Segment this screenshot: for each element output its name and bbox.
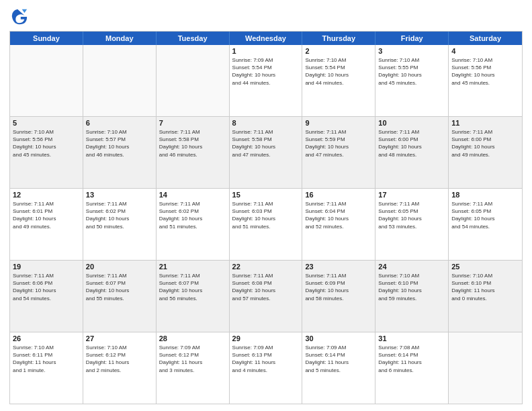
day-info: Sunrise: 7:10 AM Sunset: 5:56 PM Dayligh… — [13, 129, 56, 158]
logo-icon — [9, 7, 28, 26]
calendar: SundayMondayTuesdayWednesdayThursdayFrid… — [9, 31, 523, 404]
day-24: 24Sunrise: 7:10 AM Sunset: 6:10 PM Dayli… — [375, 261, 449, 332]
logo — [9, 7, 31, 26]
day-info: Sunrise: 7:11 AM Sunset: 6:07 PM Dayligh… — [159, 273, 202, 302]
day-number: 8 — [232, 119, 300, 127]
week-row-5: 26Sunrise: 7:10 AM Sunset: 6:11 PM Dayli… — [10, 332, 522, 404]
day-19: 19Sunrise: 7:11 AM Sunset: 6:06 PM Dayli… — [10, 261, 83, 332]
day-info: Sunrise: 7:10 AM Sunset: 6:12 PM Dayligh… — [86, 345, 129, 373]
day-info: Sunrise: 7:11 AM Sunset: 5:59 PM Dayligh… — [305, 129, 348, 158]
week-row-4: 19Sunrise: 7:11 AM Sunset: 6:06 PM Dayli… — [10, 260, 522, 332]
day-info: Sunrise: 7:09 AM Sunset: 6:13 PM Dayligh… — [232, 345, 275, 373]
day-number: 22 — [232, 263, 300, 271]
day-info: Sunrise: 7:11 AM Sunset: 6:09 PM Dayligh… — [305, 273, 348, 302]
day-number: 19 — [13, 263, 80, 271]
day-info: Sunrise: 7:11 AM Sunset: 6:05 PM Dayligh… — [378, 201, 421, 230]
day-number: 28 — [159, 334, 226, 342]
day-30: 30Sunrise: 7:09 AM Sunset: 6:14 PM Dayli… — [302, 332, 375, 404]
day-25: 25Sunrise: 7:10 AM Sunset: 6:10 PM Dayli… — [449, 261, 522, 332]
day-number: 23 — [305, 263, 372, 271]
day-20: 20Sunrise: 7:11 AM Sunset: 6:07 PM Dayli… — [83, 261, 157, 332]
day-number: 31 — [378, 334, 445, 342]
day-16: 16Sunrise: 7:11 AM Sunset: 6:04 PM Dayli… — [302, 189, 375, 260]
header-day-saturday: Saturday — [449, 32, 522, 45]
day-number: 20 — [86, 263, 153, 271]
day-number: 21 — [159, 263, 226, 271]
week-row-3: 12Sunrise: 7:11 AM Sunset: 6:01 PM Dayli… — [10, 188, 522, 260]
day-number: 13 — [86, 191, 153, 199]
day-5: 5Sunrise: 7:10 AM Sunset: 5:56 PM Daylig… — [10, 117, 83, 188]
day-2: 2Sunrise: 7:10 AM Sunset: 5:54 PM Daylig… — [302, 45, 375, 116]
page: SundayMondayTuesdayWednesdayThursdayFrid… — [0, 0, 532, 411]
empty-cell — [10, 45, 83, 116]
header-day-tuesday: Tuesday — [157, 32, 230, 45]
day-number: 26 — [13, 334, 80, 342]
day-17: 17Sunrise: 7:11 AM Sunset: 6:05 PM Dayli… — [375, 189, 449, 260]
empty-cell — [449, 332, 522, 404]
day-number: 27 — [86, 334, 153, 342]
day-number: 15 — [232, 191, 300, 199]
day-info: Sunrise: 7:11 AM Sunset: 6:04 PM Dayligh… — [305, 201, 348, 230]
day-info: Sunrise: 7:11 AM Sunset: 6:02 PM Dayligh… — [86, 201, 129, 230]
header-day-sunday: Sunday — [10, 32, 83, 45]
empty-cell — [157, 45, 230, 116]
header — [9, 7, 523, 26]
day-26: 26Sunrise: 7:10 AM Sunset: 6:11 PM Dayli… — [10, 332, 83, 404]
day-number: 7 — [159, 119, 226, 127]
day-info: Sunrise: 7:11 AM Sunset: 5:58 PM Dayligh… — [159, 129, 202, 158]
day-number: 12 — [13, 191, 80, 199]
day-info: Sunrise: 7:11 AM Sunset: 6:06 PM Dayligh… — [13, 273, 56, 302]
day-3: 3Sunrise: 7:10 AM Sunset: 5:55 PM Daylig… — [375, 45, 449, 116]
day-number: 9 — [305, 119, 372, 127]
day-8: 8Sunrise: 7:11 AM Sunset: 5:58 PM Daylig… — [230, 117, 303, 188]
day-number: 29 — [232, 334, 300, 342]
day-22: 22Sunrise: 7:11 AM Sunset: 6:08 PM Dayli… — [230, 261, 303, 332]
day-info: Sunrise: 7:09 AM Sunset: 6:14 PM Dayligh… — [305, 345, 348, 373]
day-number: 5 — [13, 119, 80, 127]
day-info: Sunrise: 7:11 AM Sunset: 6:07 PM Dayligh… — [86, 273, 129, 302]
day-number: 11 — [451, 119, 519, 127]
day-info: Sunrise: 7:11 AM Sunset: 6:00 PM Dayligh… — [378, 129, 421, 158]
header-day-monday: Monday — [83, 32, 157, 45]
day-12: 12Sunrise: 7:11 AM Sunset: 6:01 PM Dayli… — [10, 189, 83, 260]
day-number: 3 — [378, 47, 445, 55]
day-21: 21Sunrise: 7:11 AM Sunset: 6:07 PM Dayli… — [157, 261, 230, 332]
day-4: 4Sunrise: 7:10 AM Sunset: 5:56 PM Daylig… — [449, 45, 522, 116]
day-27: 27Sunrise: 7:10 AM Sunset: 6:12 PM Dayli… — [83, 332, 157, 404]
day-info: Sunrise: 7:10 AM Sunset: 5:57 PM Dayligh… — [86, 129, 129, 158]
header-day-thursday: Thursday — [302, 32, 375, 45]
calendar-header: SundayMondayTuesdayWednesdayThursdayFrid… — [10, 32, 522, 45]
day-1: 1Sunrise: 7:09 AM Sunset: 5:54 PM Daylig… — [230, 45, 303, 116]
day-info: Sunrise: 7:11 AM Sunset: 6:01 PM Dayligh… — [13, 201, 56, 230]
day-28: 28Sunrise: 7:09 AM Sunset: 6:12 PM Dayli… — [157, 332, 230, 404]
day-info: Sunrise: 7:10 AM Sunset: 5:56 PM Dayligh… — [451, 57, 494, 86]
day-info: Sunrise: 7:11 AM Sunset: 6:03 PM Dayligh… — [232, 201, 275, 230]
empty-cell — [83, 45, 157, 116]
week-row-1: 1Sunrise: 7:09 AM Sunset: 5:54 PM Daylig… — [10, 45, 522, 116]
day-info: Sunrise: 7:11 AM Sunset: 6:00 PM Dayligh… — [451, 129, 494, 158]
day-14: 14Sunrise: 7:11 AM Sunset: 6:02 PM Dayli… — [157, 189, 230, 260]
day-15: 15Sunrise: 7:11 AM Sunset: 6:03 PM Dayli… — [230, 189, 303, 260]
day-18: 18Sunrise: 7:11 AM Sunset: 6:05 PM Dayli… — [449, 189, 522, 260]
day-number: 14 — [159, 191, 226, 199]
week-row-2: 5Sunrise: 7:10 AM Sunset: 5:56 PM Daylig… — [10, 116, 522, 188]
day-info: Sunrise: 7:11 AM Sunset: 6:08 PM Dayligh… — [232, 273, 275, 302]
day-number: 6 — [86, 119, 153, 127]
day-number: 1 — [232, 47, 300, 55]
day-number: 25 — [451, 263, 519, 271]
day-info: Sunrise: 7:08 AM Sunset: 6:14 PM Dayligh… — [378, 345, 421, 373]
day-6: 6Sunrise: 7:10 AM Sunset: 5:57 PM Daylig… — [83, 117, 157, 188]
day-number: 4 — [451, 47, 519, 55]
day-number: 18 — [451, 191, 519, 199]
day-number: 17 — [378, 191, 445, 199]
day-13: 13Sunrise: 7:11 AM Sunset: 6:02 PM Dayli… — [83, 189, 157, 260]
day-number: 16 — [305, 191, 372, 199]
header-day-friday: Friday — [375, 32, 449, 45]
day-info: Sunrise: 7:11 AM Sunset: 6:05 PM Dayligh… — [451, 201, 494, 230]
day-10: 10Sunrise: 7:11 AM Sunset: 6:00 PM Dayli… — [375, 117, 449, 188]
header-day-wednesday: Wednesday — [230, 32, 303, 45]
day-info: Sunrise: 7:10 AM Sunset: 5:55 PM Dayligh… — [378, 57, 421, 86]
day-7: 7Sunrise: 7:11 AM Sunset: 5:58 PM Daylig… — [157, 117, 230, 188]
day-info: Sunrise: 7:10 AM Sunset: 5:54 PM Dayligh… — [305, 57, 348, 86]
day-9: 9Sunrise: 7:11 AM Sunset: 5:59 PM Daylig… — [302, 117, 375, 188]
